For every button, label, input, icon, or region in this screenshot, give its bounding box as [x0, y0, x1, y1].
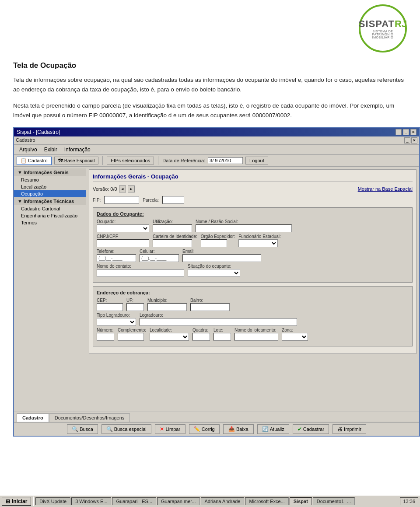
nome-contato-input[interactable] [97, 269, 184, 277]
fip-label: FIP: [93, 198, 101, 203]
orgao-input[interactable] [201, 239, 227, 247]
toolbar-separator [102, 156, 103, 165]
menu-arquivo[interactable]: Arquivo [16, 146, 41, 154]
carteira-input[interactable] [153, 239, 192, 247]
quadra-input[interactable] [192, 333, 210, 341]
telefone-input[interactable] [97, 254, 136, 262]
logo: SISPAT RJ SISTEMA DE PATRIMÔNIO IMOBILIÁ… [359, 4, 407, 52]
taskbar-excel[interactable]: Microsoft Exce... [245, 497, 288, 505]
menu-exibir[interactable]: Exibir [41, 146, 61, 154]
funcionario-select[interactable] [238, 239, 278, 247]
corrig-button[interactable]: ✏️ Corrig [189, 424, 220, 434]
cadastrar-button[interactable]: ✔ Cadastrar [293, 424, 329, 434]
tab-documentos[interactable]: Documentos/Desenhos/Imagens [49, 413, 130, 422]
zona-field: Zona: [282, 328, 308, 341]
baixa-icon: 📥 [228, 426, 235, 432]
endereco-row-3: Número: Complemento: Localidade: [97, 328, 409, 341]
cadastro-icon: 📋 [21, 158, 27, 164]
taskbar-adriana[interactable]: Adriana Andrade [201, 497, 245, 505]
tab-cadastro[interactable]: Cadastro [17, 413, 49, 422]
sidebar-item-termos[interactable]: Termos [14, 219, 86, 226]
inner-minimize-btn[interactable]: _ [404, 137, 410, 143]
start-button[interactable]: ⊞ Iniciar [2, 497, 31, 506]
ocupado-select[interactable] [97, 224, 149, 232]
busca-button[interactable]: 🔍 Busca [67, 424, 98, 434]
sidebar-section-informacoes-gerais[interactable]: ▼ Informações Gerais [14, 168, 86, 176]
cep-input[interactable] [97, 303, 123, 311]
sidebar-item-localizacao[interactable]: Localização [14, 183, 86, 190]
email-field: Email: [182, 249, 261, 262]
toolbar-fips[interactable]: FIPs selecionados [107, 157, 154, 164]
bairro-input[interactable] [190, 303, 230, 311]
lote-input[interactable] [214, 333, 231, 341]
utilizacao-input[interactable] [153, 224, 192, 232]
inner-title: Cadastro [16, 137, 35, 143]
baixa-button[interactable]: 📥 Baixa [223, 424, 254, 434]
fip-input[interactable] [104, 196, 139, 204]
taskbar: ⊞ Iniciar DivX Update 3 Windows E... Gua… [0, 495, 420, 507]
celular-label: Celular: [140, 249, 179, 254]
situacao-select[interactable] [188, 269, 240, 277]
mostrar-base-link[interactable]: Mostrar na Base Espacial [358, 186, 413, 192]
funcionario-field: Funcionário Estadual: [238, 234, 281, 247]
data-input[interactable] [208, 157, 243, 164]
localidade-select[interactable] [150, 333, 189, 341]
nome-contato-label: Nome do contato: [97, 264, 184, 269]
toolbar-base[interactable]: 🗺 Base Espacial [54, 157, 99, 164]
bottom-tabs: Cadastro Documentos/Desenhos/Imagens [14, 412, 419, 422]
celular-input[interactable] [140, 254, 179, 262]
carteira-label: Carteira de Identidade: [153, 234, 197, 239]
ver-next-btn[interactable]: ► [128, 185, 135, 192]
taskbar-guarapan[interactable]: Guarapan mer... [157, 497, 200, 505]
zona-select[interactable] [282, 333, 308, 341]
taskbar-guarapari-es[interactable]: Guarapari - ES... [112, 497, 156, 505]
sidebar-item-cartorial[interactable]: Cadastro Cartorial [14, 205, 86, 212]
ver-prev-btn[interactable]: ◄ [119, 185, 126, 192]
sidebar-item-engenharia[interactable]: Engenharia e Fiscalização [14, 212, 86, 219]
close-btn[interactable]: ✕ [410, 129, 416, 135]
busca-especial-button[interactable]: 🔍 Busca especial [102, 424, 151, 434]
limpar-button[interactable]: ✕ Limpar [155, 424, 186, 434]
cnpj-input[interactable] [97, 239, 149, 247]
base-icon: 🗺 [58, 158, 63, 163]
lote-label: Lote: [214, 328, 231, 332]
main-panel: Informações Gerais - Ocupação Versão: 0/… [86, 167, 419, 412]
nome-loteamento-input[interactable] [234, 333, 278, 341]
email-input[interactable] [182, 254, 261, 262]
uf-field: UF: [126, 298, 144, 311]
start-icon: ⊞ [6, 498, 10, 504]
section-endereco-label: Endereço de cobrança: [97, 290, 409, 295]
uf-input[interactable] [126, 303, 144, 311]
sidebar-section-informacoes-tecnicas[interactable]: ▼ Informações Técnicas [14, 197, 86, 205]
minimize-btn[interactable]: _ [396, 129, 402, 135]
logout-button[interactable]: Logout [245, 157, 268, 164]
sidebar-item-ocupacao[interactable]: Ocupação [14, 190, 86, 197]
form-row-2: CNPJ/CPF Carteira de Identidade: Orgão E… [97, 234, 409, 247]
municipio-label: Município: [147, 298, 187, 303]
toolbar-cadastro[interactable]: 📋 Cadastro [17, 157, 52, 165]
complemento-input[interactable] [118, 333, 144, 341]
tipo-logradouro-select[interactable] [97, 318, 136, 326]
fip-row: FIP: Parcela: [93, 196, 413, 204]
inner-close-btn[interactable]: ✕ [411, 137, 417, 143]
sidebar-item-resumo[interactable]: Resumo [14, 176, 86, 183]
maximize-btn[interactable]: □ [403, 129, 409, 135]
municipio-input[interactable] [147, 303, 187, 311]
atualiz-button[interactable]: 🔄 Atualiz [257, 424, 289, 434]
logradouro-input[interactable] [140, 318, 297, 326]
parcela-input[interactable] [162, 196, 184, 204]
taskbar-documento[interactable]: Documento1 -... [313, 497, 355, 505]
logradouro-label: Logradouro: [140, 313, 297, 318]
imprimir-button[interactable]: 🖨 Imprimir [332, 424, 366, 434]
menubar: Arquivo Exibir Informação [14, 145, 419, 155]
version-controls: Versão: 0/0 ◄ ► [93, 185, 135, 192]
menu-informacao[interactable]: Informação [61, 146, 94, 154]
inner-buttons: _ ✕ [404, 137, 417, 143]
numero-input[interactable] [97, 333, 114, 341]
taskbar-divx[interactable]: DivX Update [35, 497, 70, 505]
taskbar-windows[interactable]: 3 Windows E... [71, 497, 111, 505]
nome-razao-input[interactable] [196, 224, 292, 232]
cnpj-field: CNPJ/CPF [97, 234, 149, 247]
localidade-field: Localidade: [150, 328, 189, 341]
taskbar-sispat[interactable]: Sispat [290, 497, 312, 505]
